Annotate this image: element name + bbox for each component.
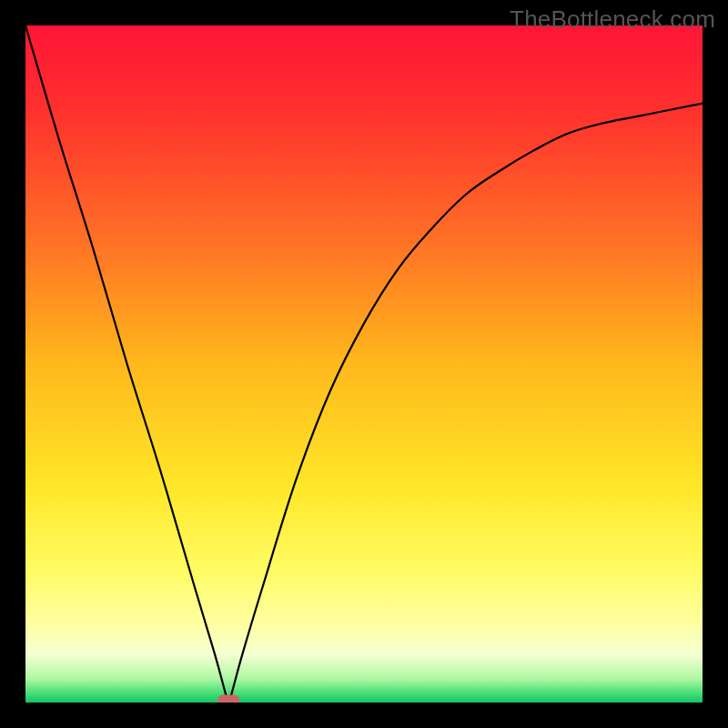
chart-frame [25,25,703,703]
minimum-marker [217,695,239,703]
watermark-text: TheBottleneck.com [510,5,715,34]
bottleneck-chart [25,25,703,703]
